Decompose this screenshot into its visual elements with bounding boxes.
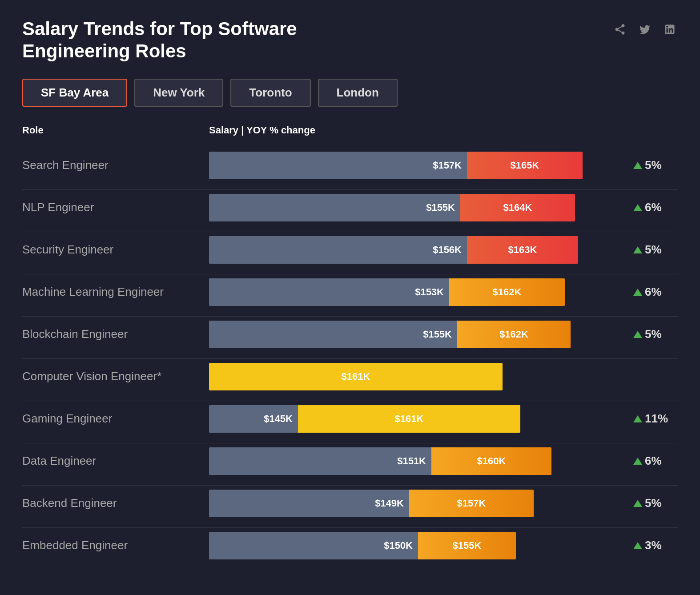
role-label: Machine Learning Engineer xyxy=(22,285,209,299)
bar-container: $153K$162K xyxy=(209,278,624,306)
bar-previous: $155K xyxy=(209,194,460,221)
salary-column-header: Salary | YOY % change xyxy=(209,125,315,136)
role-label: Blockchain Engineer xyxy=(22,327,209,341)
table-row: Backend Engineer$149K$157K5% xyxy=(22,487,678,519)
table-row: Machine Learning Engineer$153K$162K6% xyxy=(22,276,678,308)
yoy-badge: 5% xyxy=(633,158,678,172)
yoy-percent: 3% xyxy=(645,539,662,552)
yoy-badge: 6% xyxy=(633,454,678,468)
role-label: Computer Vision Engineer* xyxy=(22,370,209,383)
page-title: Salary Trends for Top Software Engineeri… xyxy=(22,18,334,63)
bar-container: $156K$163K xyxy=(209,236,624,264)
bar-previous: $145K xyxy=(209,405,298,433)
yoy-percent: 11% xyxy=(645,412,668,426)
bar-current: $162K xyxy=(457,321,571,348)
bar-container: $155K$164K xyxy=(209,194,624,221)
tab-new-york[interactable]: New York xyxy=(134,79,223,107)
arrow-up-icon xyxy=(633,331,642,338)
table-row: Computer Vision Engineer*$161K xyxy=(22,361,678,393)
bar-current: $164K xyxy=(460,194,575,221)
arrow-up-icon xyxy=(633,500,642,507)
bar-previous: $153K xyxy=(209,278,449,306)
bar-previous: $157K xyxy=(209,152,467,179)
arrow-up-icon xyxy=(633,162,642,169)
role-label: Security Engineer xyxy=(22,243,209,257)
bar-container: $157K$165K xyxy=(209,152,624,179)
social-icons-container xyxy=(612,18,678,37)
bar-previous: $150K xyxy=(209,532,418,559)
bar-container: $161K xyxy=(209,363,678,390)
role-label: Embedded Engineer xyxy=(22,539,209,552)
yoy-percent: 5% xyxy=(645,243,662,257)
bar-previous: $149K xyxy=(209,490,409,517)
bar-container: $149K$157K xyxy=(209,490,624,517)
role-label: Search Engineer xyxy=(22,158,209,172)
yoy-badge: 11% xyxy=(633,412,678,426)
yoy-percent: 6% xyxy=(645,285,662,299)
table-row: NLP Engineer$155K$164K6% xyxy=(22,192,678,224)
table-row: Embedded Engineer$150K$155K3% xyxy=(22,530,678,562)
arrow-up-icon xyxy=(633,458,642,465)
arrow-up-icon xyxy=(633,246,642,253)
row-divider xyxy=(22,274,678,274)
bar-current: $162K xyxy=(449,278,565,306)
role-label: Gaming Engineer xyxy=(22,412,209,426)
yoy-percent: 5% xyxy=(645,158,662,172)
table-row: Data Engineer$151K$160K6% xyxy=(22,445,678,477)
bar-container: $155K$162K xyxy=(209,321,624,348)
twitter-icon[interactable] xyxy=(637,21,653,37)
role-label: NLP Engineer xyxy=(22,201,209,214)
role-label: Data Engineer xyxy=(22,454,209,468)
bar-container: $151K$160K xyxy=(209,447,624,475)
row-divider xyxy=(22,443,678,443)
bar-previous: $156K xyxy=(209,236,467,264)
row-divider xyxy=(22,401,678,401)
row-divider xyxy=(22,358,678,359)
row-divider xyxy=(22,232,678,232)
yoy-percent: 6% xyxy=(645,201,662,214)
bar-current: $157K xyxy=(409,490,534,517)
tab-toronto[interactable]: Toronto xyxy=(230,79,310,107)
table-row: Security Engineer$156K$163K5% xyxy=(22,234,678,266)
bar-current: $155K xyxy=(418,532,516,559)
table-row: Search Engineer$157K$165K5% xyxy=(22,149,678,181)
bar-container: $150K$155K xyxy=(209,532,624,559)
chart-rows: Search Engineer$157K$165K5%NLP Engineer$… xyxy=(22,149,678,562)
row-divider xyxy=(22,527,678,528)
yoy-percent: 5% xyxy=(645,327,662,341)
bar-current: $161K xyxy=(209,363,503,390)
table-row: Gaming Engineer$145K$161K11% xyxy=(22,403,678,435)
yoy-badge: 5% xyxy=(633,243,678,257)
row-divider xyxy=(22,189,678,190)
bar-current: $161K xyxy=(298,405,520,433)
yoy-badge: 6% xyxy=(633,201,678,214)
bar-current: $165K xyxy=(467,152,583,179)
row-divider xyxy=(22,485,678,486)
bar-container: $145K$161K xyxy=(209,405,624,433)
bar-current: $163K xyxy=(467,236,578,264)
yoy-percent: 6% xyxy=(645,454,662,468)
tab-sf-bay-area[interactable]: SF Bay Area xyxy=(22,79,127,107)
arrow-up-icon xyxy=(633,289,642,296)
yoy-badge: 3% xyxy=(633,539,678,552)
arrow-up-icon xyxy=(633,415,642,422)
arrow-up-icon xyxy=(633,542,642,549)
yoy-badge: 6% xyxy=(633,285,678,299)
location-tabs: SF Bay Area New York Toronto London xyxy=(22,79,678,107)
share-icon[interactable] xyxy=(612,21,628,37)
arrow-up-icon xyxy=(633,204,642,211)
linkedin-icon[interactable] xyxy=(662,21,678,37)
role-label: Backend Engineer xyxy=(22,496,209,510)
bar-previous: $151K xyxy=(209,447,431,475)
yoy-badge: 5% xyxy=(633,496,678,510)
tab-london[interactable]: London xyxy=(318,79,398,107)
row-divider xyxy=(22,316,678,317)
yoy-percent: 5% xyxy=(645,496,662,510)
page-header: Salary Trends for Top Software Engineeri… xyxy=(22,18,678,63)
table-header: Role Salary | YOY % change xyxy=(22,125,678,141)
yoy-badge: 5% xyxy=(633,327,678,341)
role-column-header: Role xyxy=(22,125,209,136)
bar-current: $160K xyxy=(431,447,551,475)
table-row: Blockchain Engineer$155K$162K5% xyxy=(22,318,678,350)
bar-previous: $155K xyxy=(209,321,457,348)
